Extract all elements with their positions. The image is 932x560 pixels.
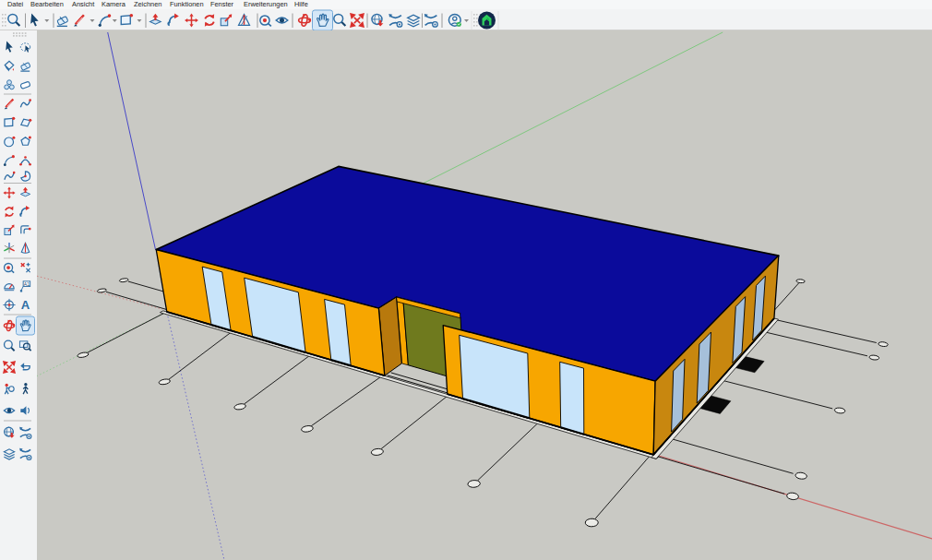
svg-text:A1: A1 xyxy=(24,281,30,287)
svg-text:A: A xyxy=(21,298,30,312)
